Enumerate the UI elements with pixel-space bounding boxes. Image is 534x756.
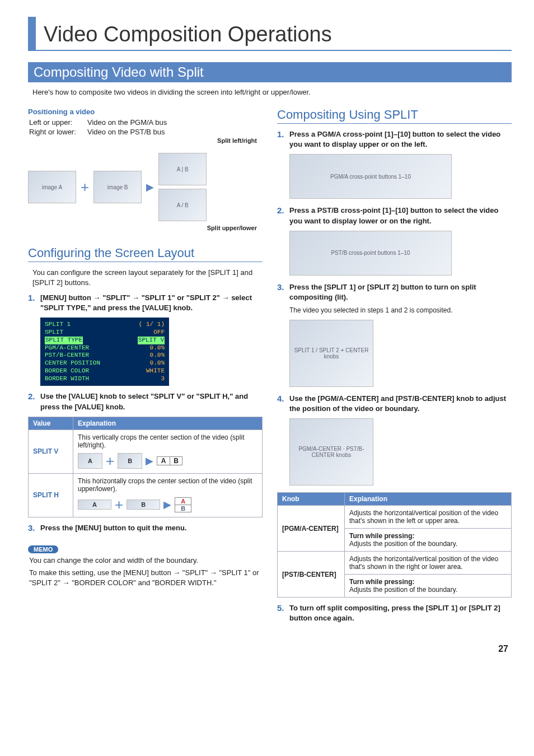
table-value: SPLIT V [29, 430, 73, 473]
step-text: Press a PST/B cross-point [1]–[10] butto… [289, 206, 512, 226]
table-row: [PST/B-CENTER] Adjusts the horizontal/ve… [278, 552, 512, 575]
knob-name: [PGM/A-CENTER] [278, 506, 345, 552]
step-number: 1. [28, 293, 40, 313]
split-illustration: Split left/right image A + image B ▶ A |… [28, 137, 263, 231]
illus-b-h: B [127, 500, 160, 510]
memo-text: To make this setting, use the [MENU] but… [29, 568, 263, 588]
config-step-1: 1. [MENU] button → "SPLIT" → "SPLIT 1" o… [28, 293, 263, 313]
configuring-heading: Configuring the Screen Layout [28, 246, 263, 262]
step-number: 5. [277, 603, 289, 623]
illus-ab-v: AB [157, 456, 182, 465]
illus-b-v: B [118, 453, 142, 469]
config-step-3: 3. Press the [MENU] button to quit the m… [28, 523, 263, 533]
lcd-screenshot: SPLIT 1( 1/ 1) SPLITOFF SPLIT TYPESPLIT … [40, 318, 169, 386]
chapter-title: Video Composition Operations [44, 17, 332, 50]
step-number: 1. [277, 129, 289, 150]
step-text: Press the [MENU] button to quit the menu… [40, 523, 186, 533]
knob-pressing: Turn while pressing:Adjusts the position… [345, 575, 512, 598]
step-number: 3. [28, 523, 40, 533]
use-step-1: 1. Press a PGM/A cross-point [1]–[10] bu… [277, 129, 512, 150]
step-text: To turn off split compositing, press the… [289, 603, 512, 623]
config-step-2: 2. Use the [VALUE] knob to select "SPLIT… [28, 391, 263, 412]
knob-name: [PST/B-CENTER] [278, 552, 345, 598]
illus-split-ul: A / B [158, 189, 207, 221]
step-number: 3. [277, 282, 289, 302]
panel-illus-pgma: PGM/A cross-point buttons 1–10 [289, 154, 512, 199]
illus-image-b: image B [93, 171, 142, 203]
illus-a-v: A [78, 453, 102, 469]
section-title: Compositing Video with Split [28, 62, 512, 82]
plus-icon: + [81, 179, 89, 196]
use-step-3: 3. Press the [SPLIT 1] or [SPLIT 2] butt… [277, 282, 512, 302]
table-row: SPLIT H This horizontally crops the cent… [29, 473, 263, 517]
table-header-knob: Knob [278, 493, 345, 506]
panel-illus-center-knobs: PGM/A-CENTER · PST/B-CENTER knobs [289, 418, 512, 486]
step-text: [MENU] button → "SPLIT" → "SPLIT 1" or "… [40, 293, 263, 313]
memo-badge: MEMO [28, 545, 58, 553]
panel-illus-split-buttons: SPLIT 1 / SPLIT 2 + CENTER knobs [289, 320, 512, 387]
step-number: 2. [28, 391, 40, 412]
knob-pressing: Turn while pressing:Adjusts the position… [345, 529, 512, 552]
table-header-value: Value [29, 417, 73, 430]
split-ul-caption: Split upper/lower [28, 225, 257, 231]
left-column: Positioning a video Left or upper: Video… [28, 108, 263, 627]
plus-icon: + [106, 452, 114, 470]
step-number: 2. [277, 206, 289, 226]
table-value: SPLIT H [29, 473, 73, 517]
illus-ab-h: AB [175, 497, 191, 512]
compositing-heading: Compositing Using SPLIT [277, 108, 512, 124]
use-step-4: 4. Use the [PGM/A-CENTER] and [PST/B-CEN… [277, 394, 512, 414]
table-header-explanation: Explanation [73, 417, 263, 430]
configuring-intro: You can configure the screen layout sepa… [32, 268, 263, 287]
table-row: [PGM/A-CENTER] Adjusts the horizontal/ve… [278, 506, 512, 529]
split-type-table: Value Explanation SPLIT V This verticall… [28, 417, 263, 517]
chapter-heading: Video Composition Operations [28, 17, 512, 51]
section-intro: Here's how to composite two videos in di… [32, 88, 512, 96]
knob-explanation: Adjusts the horizontal/vertical position… [345, 552, 512, 575]
positioning-val: Video on the PST/B bus [87, 128, 165, 136]
chapter-accent-bar [28, 17, 36, 50]
positioning-row: Left or upper: Video on the PGM/A bus [29, 118, 263, 127]
step-text: Use the [VALUE] knob to select "SPLIT V"… [40, 391, 263, 412]
illus-a-h: A [78, 500, 111, 510]
page-number: 27 [28, 644, 512, 654]
illus-split-lr: A | B [158, 153, 207, 185]
panel-illus-pstb: PST/B cross-point buttons 1–10 [289, 231, 512, 276]
positioning-key: Right or lower: [29, 128, 87, 136]
table-explanation: This vertically crops the center section… [73, 430, 263, 473]
step-number: 4. [277, 394, 289, 414]
plus-icon: + [115, 496, 123, 514]
knob-explanation: Adjusts the horizontal/vertical position… [345, 506, 512, 529]
table-explanation: This horizontally crops the center secti… [73, 473, 263, 517]
step3-subnote: The video you selected in steps 1 and 2 … [289, 306, 512, 315]
arrow-right-icon: ▶ [146, 455, 153, 467]
arrow-right-icon: ▶ [163, 498, 171, 511]
positioning-row: Right or lower: Video on the PST/B bus [29, 128, 263, 136]
step-text: Press the [SPLIT 1] or [SPLIT 2] button … [289, 282, 512, 302]
use-step-5: 5. To turn off split compositing, press … [277, 603, 512, 623]
right-column: Compositing Using SPLIT 1. Press a PGM/A… [277, 108, 512, 627]
table-row: SPLIT V This vertically crops the center… [29, 430, 263, 473]
split-lr-caption: Split left/right [28, 137, 257, 144]
step-text: Use the [PGM/A-CENTER] and [PST/B-CENTER… [289, 394, 512, 414]
table-header-explanation: Explanation [345, 493, 512, 506]
step-text: Press a PGM/A cross-point [1]–[10] butto… [289, 129, 512, 150]
positioning-val: Video on the PGM/A bus [87, 118, 167, 127]
use-step-2: 2. Press a PST/B cross-point [1]–[10] bu… [277, 206, 512, 226]
memo-text: You can change the color and width of th… [29, 556, 263, 566]
positioning-key: Left or upper: [29, 118, 87, 127]
knob-table: Knob Explanation [PGM/A-CENTER] Adjusts … [277, 492, 512, 598]
arrow-right-icon: ▶ [146, 181, 154, 193]
illus-image-a: image A [28, 171, 76, 203]
positioning-heading: Positioning a video [28, 108, 263, 116]
